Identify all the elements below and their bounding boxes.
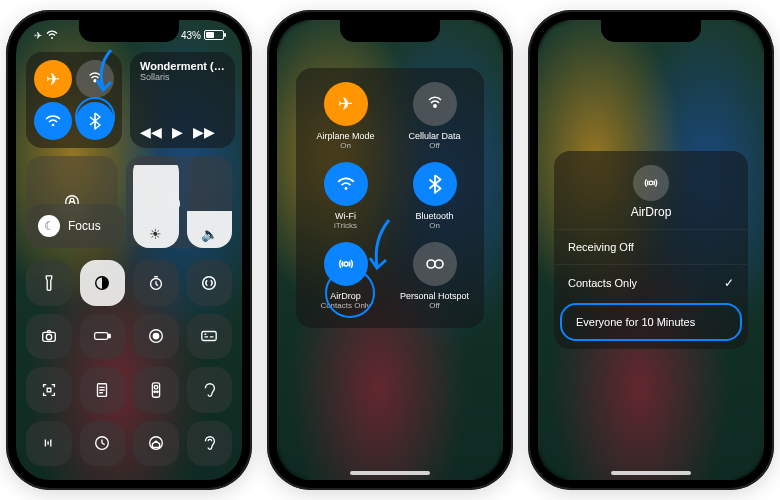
svg-point-11 [46,334,51,339]
airplane-icon: ✈︎ [46,69,60,90]
airdrop-option-contacts[interactable]: Contacts Only [554,264,748,301]
screen-record-button[interactable] [133,314,179,360]
waveform-icon [40,434,58,452]
timer-icon [147,274,165,292]
wifi-icon [46,30,58,40]
timer-button[interactable] [133,260,179,306]
hearing-button[interactable] [187,367,233,413]
brightness-slider[interactable]: ☀ [133,156,179,248]
airdrop-icon [633,165,669,201]
annotation-arrow [367,218,397,274]
airdrop-option-everyone[interactable]: Everyone for 10 Minutes [560,303,742,341]
captions-button[interactable] [187,314,233,360]
home-indicator[interactable] [350,471,430,475]
svg-rect-16 [202,332,216,341]
notes-icon [93,381,111,399]
airplane-icon: ✈︎ [34,30,42,41]
svg-point-28 [427,260,435,268]
record-icon [147,327,165,345]
annotation-circle-airdrop [325,268,375,318]
airdrop-title: AirDrop [631,205,672,219]
wifi-icon [336,176,356,192]
dark-mode-toggle[interactable] [80,260,126,306]
alarm-button[interactable] [80,421,126,467]
battery-percentage: 43% [181,30,201,41]
annotation-arrow [91,48,121,96]
next-track-button[interactable]: ▶▶ [193,124,215,140]
clock-icon [93,434,111,452]
svg-rect-17 [47,388,51,392]
svg-point-0 [51,37,53,39]
flashlight-button[interactable] [26,260,72,306]
shazam-icon [200,274,218,292]
apple-tv-remote-button[interactable] [133,367,179,413]
ear-icon [200,434,218,452]
moon-icon: ☾ [38,215,60,237]
svg-point-27 [344,262,348,266]
svg-point-22 [156,391,157,392]
prev-track-button[interactable]: ◀◀ [140,124,162,140]
wifi-icon [44,114,62,128]
svg-rect-13 [109,335,111,338]
low-power-button[interactable] [80,314,126,360]
airplane-mode-item[interactable]: ✈︎ Airplane Mode On [306,82,385,150]
battery-icon [204,30,224,40]
shazam-button[interactable] [187,260,233,306]
bluetooth-icon [428,174,442,194]
flashlight-icon [40,274,58,292]
airdrop-option-off[interactable]: Receiving Off [554,229,748,264]
focus-label: Focus [68,219,101,233]
svg-point-26 [344,187,347,190]
dark-mode-icon [93,274,111,292]
svg-point-15 [153,334,158,339]
cellular-data-item[interactable]: Cellular Data Off [395,82,474,150]
hotspot-icon [424,257,446,271]
svg-point-25 [433,105,435,107]
personal-hotspot-item[interactable]: Personal Hotspot Off [395,242,474,310]
battery-low-icon [93,327,111,345]
annotation-circle-bluetooth [75,97,115,137]
camera-button[interactable] [26,314,72,360]
svg-rect-12 [95,333,108,340]
track-artist: Sollaris [140,72,225,82]
speaker-icon: 🔈 [201,226,218,242]
phone-frame-3: AirDrop Receiving Off Contacts Only Ever… [528,10,774,490]
control-center: ✈︎ Wonderment (… [26,52,232,470]
captions-icon [200,327,218,345]
qr-icon [40,381,58,399]
focus-button[interactable]: ☾ Focus [26,204,125,248]
volume-slider[interactable]: 🔈 [187,156,233,248]
bluetooth-item[interactable]: Bluetooth On [395,162,474,230]
airplane-mode-toggle[interactable]: ✈︎ [34,60,72,98]
svg-point-9 [203,276,216,289]
camera-icon [40,327,58,345]
notes-button[interactable] [80,367,126,413]
svg-point-30 [649,181,653,185]
track-title: Wonderment (… [140,60,225,72]
remote-icon [147,381,165,399]
voice-memo-button[interactable] [26,421,72,467]
home-button[interactable] [133,421,179,467]
accessibility-hearing-button[interactable] [187,421,233,467]
now-playing-tile[interactable]: Wonderment (… Sollaris ◀◀ ▶ ▶▶ [130,52,235,148]
checkmark-icon [724,276,734,290]
airdrop-menu: AirDrop Receiving Off Contacts Only Ever… [554,151,748,349]
svg-point-20 [154,385,158,389]
sun-icon: ☀ [149,226,162,242]
play-button[interactable]: ▶ [172,124,183,140]
phone-frame-2: ✈︎ Airplane Mode On Cellular Data Off Wi… [267,10,513,490]
qr-scan-button[interactable] [26,367,72,413]
ear-icon [200,381,218,399]
svg-point-2 [52,124,55,127]
antenna-icon [425,94,445,114]
svg-point-29 [435,260,443,268]
home-icon [147,434,165,452]
svg-point-21 [154,391,155,392]
wifi-toggle[interactable] [34,102,72,140]
phone-frame-1: ✈︎ 43% ✈︎ [6,10,252,490]
home-indicator[interactable] [611,471,691,475]
airplane-icon: ✈︎ [338,93,353,115]
